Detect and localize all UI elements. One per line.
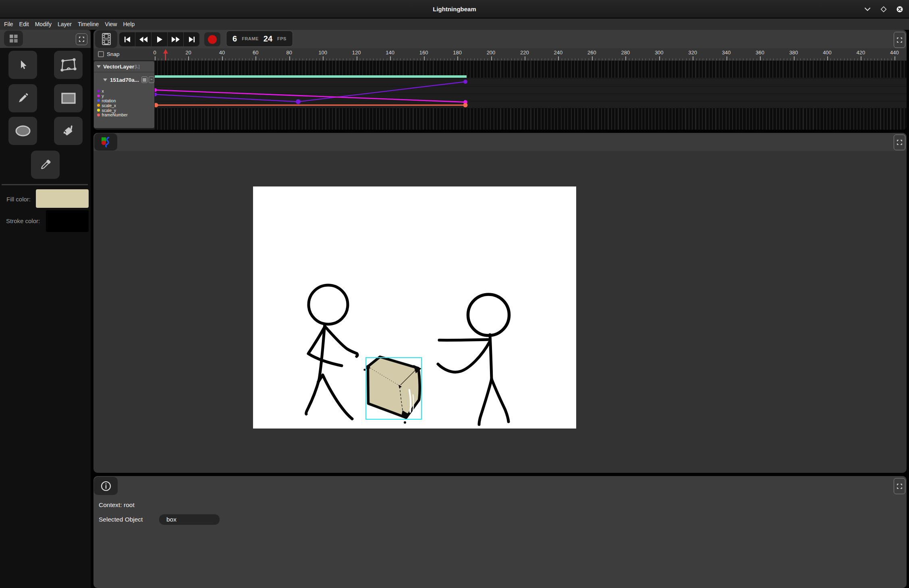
ruler-tick xyxy=(693,56,693,60)
ruler-tick xyxy=(457,56,458,60)
app-logo-icon xyxy=(100,136,112,148)
keyframe-y[interactable] xyxy=(155,88,157,92)
ruler-label: 300 xyxy=(651,50,667,56)
ruler-label: 380 xyxy=(786,50,802,56)
keyframe-x[interactable] xyxy=(463,80,467,84)
property-row-scale_x[interactable]: scale_x xyxy=(94,103,128,108)
rectangle-tool-icon xyxy=(61,93,76,104)
fullscreen-icon xyxy=(79,37,84,42)
menu-bar: FileEditModifyLayerTimelineViewHelp xyxy=(0,19,909,30)
eyedropper-tool-button[interactable] xyxy=(31,151,60,179)
keyframe-x[interactable] xyxy=(296,99,301,104)
ruler-tick xyxy=(323,56,324,60)
figure2-curved-arm xyxy=(438,342,490,372)
ruler-label: 60 xyxy=(247,50,264,56)
figure2-head xyxy=(468,294,509,335)
property-row-frameNumber[interactable]: frameNumber xyxy=(94,112,128,117)
figure1-right-leg xyxy=(318,375,352,419)
figure2-left-leg xyxy=(479,379,492,424)
transport-controls xyxy=(119,32,199,46)
rectangle-tool-button[interactable] xyxy=(54,84,83,112)
menu-file[interactable]: File xyxy=(4,21,13,27)
object-solo-button[interactable] xyxy=(141,77,147,83)
transform-tool-button[interactable] xyxy=(54,51,83,79)
tool-panel-header xyxy=(0,30,91,48)
playhead[interactable] xyxy=(162,49,170,60)
tool-panel: Fill color: Stroke color: xyxy=(0,30,91,588)
ellipse-tool-icon xyxy=(15,125,31,137)
menu-modify[interactable]: Modify xyxy=(35,21,52,27)
menu-view[interactable]: View xyxy=(105,21,117,27)
tools-divider xyxy=(2,184,88,185)
property-color-dot xyxy=(97,95,100,97)
property-row-x[interactable]: x xyxy=(94,89,128,93)
object-expander-icon[interactable] xyxy=(103,79,107,81)
minimize-icon[interactable] xyxy=(863,5,872,13)
layers-panel: VectorLayer [L] 151ad70a... ~ x y rotati… xyxy=(94,61,154,128)
property-row-scale_y[interactable]: scale_y xyxy=(94,108,128,113)
fill-color-swatch[interactable] xyxy=(36,189,89,208)
box-object[interactable] xyxy=(363,357,421,424)
snap-checkbox[interactable] xyxy=(98,51,104,57)
inspector-fullscreen-button[interactable] xyxy=(894,478,905,494)
pencil-tool-icon xyxy=(17,92,29,105)
box-corner-blob-tl xyxy=(366,365,370,370)
layer-row[interactable]: VectorLayer [L] xyxy=(94,61,154,72)
ruler-label: 200 xyxy=(483,50,499,56)
canvas-logo-button[interactable] xyxy=(94,133,117,151)
ruler-label: 20 xyxy=(180,50,196,56)
box-corner-dot-br xyxy=(404,421,406,424)
panel-grid-button[interactable] xyxy=(4,31,23,46)
close-icon[interactable] xyxy=(896,5,904,13)
timeline-film-button[interactable] xyxy=(95,30,117,48)
fast-forward-button[interactable] xyxy=(168,32,184,46)
fill-color-label: Fill color: xyxy=(6,196,31,203)
canvas-fullscreen-button[interactable] xyxy=(894,135,905,150)
stage[interactable] xyxy=(253,186,576,429)
tool-panel-fullscreen-button[interactable] xyxy=(76,33,87,45)
menu-help[interactable]: Help xyxy=(123,21,135,27)
property-list: x y rotation scale_x scale_y frameNumber xyxy=(94,89,128,117)
timeline-ruler[interactable]: Snap 02040608010012014016018020022024026… xyxy=(93,48,907,60)
property-row-y[interactable]: y xyxy=(94,93,128,98)
stroke-color-swatch[interactable] xyxy=(46,210,89,232)
timeline-panel: 6 FRAME 24 FPS Snap 02040608010012014016… xyxy=(93,30,907,130)
pencil-tool-button[interactable] xyxy=(8,84,37,112)
timeline-fullscreen-button[interactable] xyxy=(894,32,905,48)
menu-timeline[interactable]: Timeline xyxy=(78,21,99,27)
skip-to-start-button[interactable] xyxy=(119,32,135,46)
paint-bucket-tool-button[interactable] xyxy=(54,117,83,145)
stage-artwork xyxy=(253,186,576,429)
ruler-label: 260 xyxy=(584,50,600,56)
record-button[interactable] xyxy=(204,32,220,46)
ruler-label: 0 xyxy=(147,50,163,56)
menu-edit[interactable]: Edit xyxy=(19,21,29,27)
skip-to-end-button[interactable] xyxy=(184,32,199,46)
stroke-color-label: Stroke color: xyxy=(6,217,40,224)
keyframe-frameNumber[interactable] xyxy=(155,103,158,108)
maximize-icon[interactable] xyxy=(880,5,888,13)
play-icon xyxy=(156,36,163,43)
timeline-tracks[interactable]: VectorLayer [L] 151ad70a... ~ x y rotati… xyxy=(93,60,907,130)
keyframe-frameNumber[interactable] xyxy=(463,103,468,108)
property-color-dot xyxy=(97,99,100,102)
ruler-label: 400 xyxy=(819,50,835,56)
ruler-label: 360 xyxy=(752,50,768,56)
canvas-panel xyxy=(93,133,907,473)
layer-expander-icon[interactable] xyxy=(97,65,101,68)
property-row-rotation[interactable]: rotation xyxy=(94,98,128,103)
object-tween-button[interactable]: ~ xyxy=(149,77,154,83)
info-button[interactable] xyxy=(94,477,118,495)
rewind-button[interactable] xyxy=(135,32,152,46)
select-tool-button[interactable] xyxy=(8,51,37,79)
layer-object-row[interactable]: 151ad70a... ~ xyxy=(94,75,154,85)
snap-label: Snap xyxy=(107,51,120,57)
selected-object-field[interactable]: box xyxy=(159,514,220,525)
ruler-tick xyxy=(357,56,357,60)
property-name: y xyxy=(102,93,104,98)
keyframe-x[interactable] xyxy=(155,93,157,96)
menu-layer[interactable]: Layer xyxy=(58,21,72,27)
ruler-tick xyxy=(222,56,223,60)
ellipse-tool-button[interactable] xyxy=(8,117,37,145)
play-button[interactable] xyxy=(152,32,168,46)
